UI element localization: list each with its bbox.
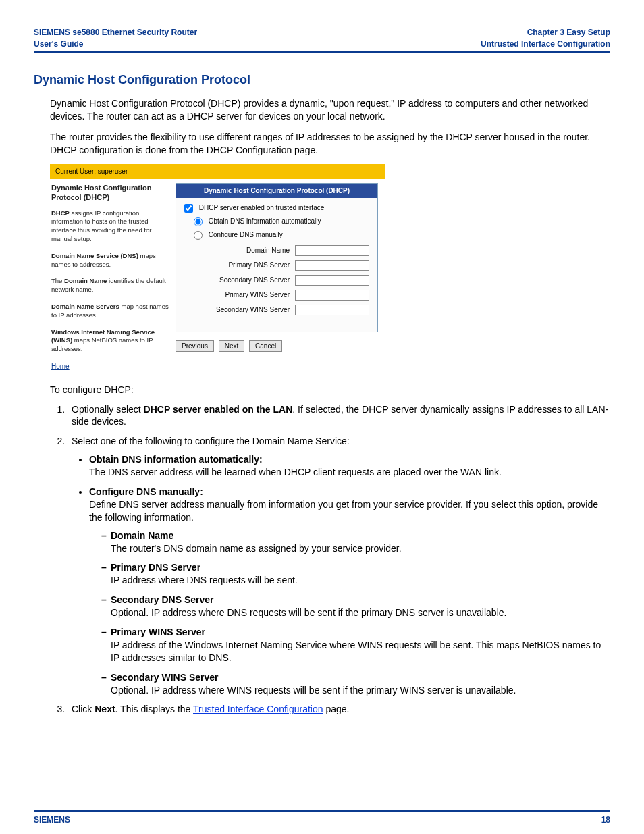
sidebar-desc-wins: Windows Internet Naming Service (WINS) m…: [51, 328, 169, 354]
dash-primary-wins: Primary WINS Server IP address of the Wi…: [101, 626, 610, 664]
header-right-line2: Untrusted Interface Configuration: [481, 38, 610, 50]
dash-primary-dns: Primary DNS Server IP address where DNS …: [101, 561, 610, 587]
dhcp-enabled-row: DHCP server enabled on trusted interface: [184, 203, 369, 213]
body-paragraph-1: Dynamic Host Configuration Protocol (DHC…: [50, 97, 610, 123]
page-header: SIEMENS se5880 Ethernet Security Router …: [34, 27, 610, 53]
dns-manual-row: Configure DNS manually: [194, 230, 369, 240]
primary-dns-label: Primary DNS Server: [184, 261, 290, 270]
primary-wins-label: Primary WINS Server: [184, 290, 290, 300]
dns-auto-radio[interactable]: [194, 217, 203, 226]
header-right-line1: Chapter 3 Easy Setup: [481, 27, 610, 38]
domain-name-input[interactable]: [295, 245, 369, 256]
sidebar-desc-dns: Domain Name Service (DNS) maps names to …: [51, 252, 169, 269]
sidebar-title: Dynamic Host Configuration Protocol (DHC…: [51, 183, 169, 203]
dns-manual-radio[interactable]: [194, 231, 203, 240]
home-link[interactable]: Home: [51, 363, 70, 370]
body-paragraph-2: The router provides the flexibility to u…: [50, 131, 610, 157]
bullet-obtain-dns: Obtain DNS information automatically: Th…: [89, 453, 610, 479]
dns-manual-label: Configure DNS manually: [209, 231, 283, 238]
page-footer: SIEMENS 18: [34, 810, 610, 825]
dhcp-enabled-checkbox[interactable]: [184, 204, 193, 213]
cancel-button[interactable]: Cancel: [249, 340, 282, 352]
section-title: Dynamic Host Configuration Protocol: [34, 72, 610, 88]
sidebar-desc-nameservers: Domain Name Servers map host names to IP…: [51, 303, 169, 320]
bullet-configure-dns: Configure DNS manually: Define DNS serve…: [89, 486, 610, 696]
step-2: Select one of the following to configure…: [68, 435, 610, 696]
sidebar-desc-dhcp: DHCP assigns IP configuration informatio…: [51, 209, 169, 244]
header-right: Chapter 3 Easy Setup Untrusted Interface…: [481, 27, 610, 50]
dns-auto-label: Obtain DNS information automatically: [209, 217, 321, 225]
dash-secondary-wins: Secondary WINS Server Optional. IP addre…: [101, 671, 610, 697]
secondary-wins-input[interactable]: [295, 305, 369, 315]
primary-wins-input[interactable]: [295, 290, 369, 301]
previous-button[interactable]: Previous: [176, 340, 214, 352]
step-1: Optionally select DHCP server enabled on…: [68, 403, 610, 429]
header-left-line1: SIEMENS se5880 Ethernet Security Router: [34, 27, 197, 38]
panel-title: Dynamic Host Configuration Protocol (DHC…: [176, 184, 377, 199]
dhcp-config-screenshot: Current User: superuser Dynamic Host Con…: [50, 164, 385, 371]
sidebar-desc-domain: The Domain Name identifies the default n…: [51, 277, 169, 294]
screenshot-sidebar: Dynamic Host Configuration Protocol (DHC…: [50, 179, 176, 371]
secondary-wins-label: Secondary WINS Server: [184, 305, 290, 315]
header-left-line2: User's Guide: [34, 38, 197, 50]
dhcp-panel: Dynamic Host Configuration Protocol (DHC…: [176, 183, 378, 332]
secondary-dns-input[interactable]: [295, 275, 369, 286]
next-button[interactable]: Next: [219, 340, 245, 352]
screenshot-main: Dynamic Host Configuration Protocol (DHC…: [176, 179, 385, 371]
current-user-bar: Current User: superuser: [50, 164, 385, 179]
dash-domain-name: Domain Name The router's DNS domain name…: [101, 529, 610, 555]
primary-dns-input[interactable]: [295, 260, 369, 271]
header-left: SIEMENS se5880 Ethernet Security Router …: [34, 27, 197, 50]
secondary-dns-label: Secondary DNS Server: [184, 276, 290, 285]
dhcp-enabled-label: DHCP server enabled on trusted interface: [199, 204, 324, 211]
trusted-interface-link[interactable]: Trusted Interface Configuration: [193, 704, 323, 714]
footer-brand: SIEMENS: [34, 814, 70, 825]
dash-secondary-dns: Secondary DNS Server Optional. IP addres…: [101, 594, 610, 619]
step-3: Click Next. This displays the Trusted In…: [68, 703, 610, 716]
footer-page-number: 18: [601, 814, 610, 825]
instruction-list: Optionally select DHCP server enabled on…: [58, 403, 610, 716]
dns-auto-row: Obtain DNS information automatically: [194, 217, 369, 226]
instructions-intro: To configure DHCP:: [50, 384, 610, 396]
domain-name-label: Domain Name: [184, 246, 290, 255]
